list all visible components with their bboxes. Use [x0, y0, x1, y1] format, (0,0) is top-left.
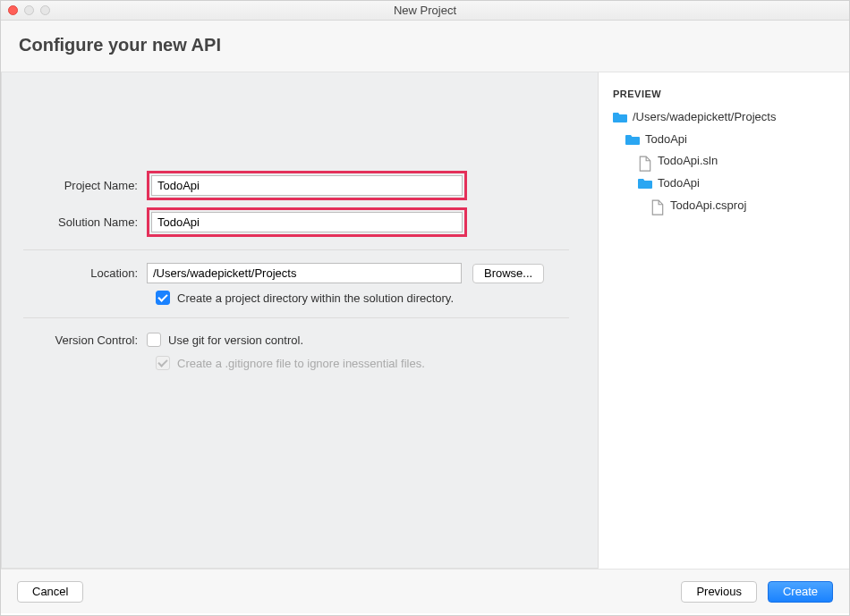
project-name-label: Project Name:: [23, 179, 147, 192]
tree-label: TodoApi: [658, 173, 700, 195]
solution-name-input[interactable]: [151, 212, 463, 232]
gitignore-checkbox: [156, 356, 170, 370]
solution-name-label: Solution Name:: [23, 215, 147, 229]
create-directory-label: Create a project directory within the so…: [177, 291, 454, 305]
location-label: Location:: [23, 266, 147, 280]
cancel-button[interactable]: Cancel: [17, 581, 83, 603]
preview-title: PREVIEW: [613, 89, 835, 99]
create-directory-checkbox[interactable]: [156, 291, 170, 305]
project-name-highlight: [147, 171, 467, 200]
tree-file: TodoApi.sln: [613, 150, 835, 173]
folder-icon: [625, 133, 640, 146]
tree-folder: TodoApi: [613, 129, 835, 151]
titlebar: New Project: [1, 1, 849, 21]
tree-label: TodoApi: [645, 129, 687, 151]
tree-label: /Users/wadepickett/Projects: [633, 106, 776, 129]
folder-icon: [613, 111, 627, 123]
solution-name-highlight: [147, 207, 467, 237]
gitignore-label: Create a .gitignore file to ignore iness…: [177, 357, 425, 370]
form-panel: Project Name: Solution Name: Location: B…: [1, 72, 599, 569]
tree-file: TodoApi.csproj: [613, 195, 835, 217]
preview-panel: PREVIEW /Users/wadepickett/Projects Todo…: [599, 72, 849, 569]
project-name-input[interactable]: [151, 175, 463, 196]
file-icon: [650, 199, 665, 212]
use-git-label: Use git for version control.: [168, 333, 303, 347]
folder-icon: [638, 177, 652, 190]
file-icon: [638, 156, 652, 168]
preview-tree: /Users/wadepickett/Projects TodoApi Todo…: [613, 106, 835, 216]
tree-folder: TodoApi: [613, 173, 835, 195]
location-input[interactable]: [147, 263, 462, 283]
page-title: Configure your new API: [19, 35, 831, 55]
use-git-checkbox[interactable]: [147, 333, 161, 347]
page-header: Configure your new API: [1, 21, 849, 72]
tree-folder-root: /Users/wadepickett/Projects: [613, 106, 835, 129]
create-button[interactable]: Create: [768, 581, 833, 603]
browse-button[interactable]: Browse...: [472, 264, 544, 283]
window-title: New Project: [1, 4, 849, 17]
version-control-label: Version Control:: [23, 333, 147, 347]
divider: [23, 249, 569, 250]
tree-label: TodoApi.sln: [658, 150, 718, 173]
tree-label: TodoApi.csproj: [670, 195, 746, 217]
footer: Cancel Previous Create: [1, 569, 849, 613]
previous-button[interactable]: Previous: [681, 581, 757, 603]
divider: [23, 317, 569, 318]
